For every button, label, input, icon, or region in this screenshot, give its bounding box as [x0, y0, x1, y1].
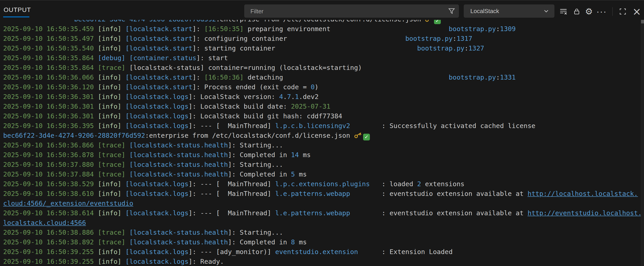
log-text-segment: ]: --- [ MainThread]: [188, 209, 275, 217]
log-text-segment: [122, 209, 125, 217]
log-text-segment: [info]: [98, 180, 122, 188]
log-text-segment: [localstack-status.health: [130, 141, 228, 149]
log-text-segment: ]: LocalStack build git hash: cddf77384: [188, 112, 342, 120]
log-text-segment: [localstack.logs: [125, 180, 188, 188]
key-icon: [425, 20, 433, 22]
log-text-segment: l.p.c.extensions.plugins: [275, 180, 370, 188]
log-text-segment: ): [314, 83, 318, 91]
log-line: cloud:4566/_extension/eventstudio: [0, 199, 641, 208]
log-text-segment: :: [496, 25, 500, 33]
more-actions-button[interactable]: ···: [596, 6, 606, 16]
log-text-segment: [info]: [98, 35, 122, 42]
log-text-segment: [localstack.logs: [125, 122, 188, 130]
log-text-segment: : eventstudio extension available at: [350, 190, 528, 197]
maximize-panel-button[interactable]: [618, 6, 628, 16]
log-text-segment: extensions: [421, 180, 464, 188]
log-text-segment: [info]: [98, 44, 122, 52]
file-link[interactable]: bootstrap.py: [449, 74, 496, 81]
log-text-segment: .dev2: [299, 93, 318, 101]
log-text-segment: :: [452, 35, 456, 42]
log-text-segment: [info]: [98, 25, 122, 33]
log-text-segment: [info]: [98, 93, 122, 101]
log-text-segment: [94, 180, 98, 188]
log-text-segment: [94, 248, 98, 256]
log-text-segment: [94, 229, 98, 236]
file-link[interactable]: 1327: [468, 44, 484, 52]
log-text-segment: 2025-09-10 16:50:36.301: [3, 93, 94, 101]
log-text-segment: [125, 151, 129, 159]
log-text-segment: [trace]: [98, 229, 125, 236]
url-link[interactable]: http://localhost.localstack.: [528, 190, 638, 197]
log-text-segment: [122, 74, 125, 81]
channel-select[interactable]: LocalStack: [464, 4, 554, 17]
file-link[interactable]: bootstrap.py: [405, 35, 453, 42]
url-link[interactable]: cloud:4566/_extension/eventstudio: [3, 200, 133, 207]
log-text-segment: ]: Completed in: [228, 170, 291, 178]
log-text-segment: [122, 112, 125, 120]
log-text-segment: [122, 93, 125, 101]
log-output-view[interactable]: bec66f22-3d4e-4274-9206-28820f76d592:ent…: [0, 20, 641, 266]
log-text-segment: : Extension Loaded: [358, 248, 452, 256]
log-text-segment: 7: [287, 93, 291, 101]
log-text-segment: ]: Completed in: [228, 238, 291, 246]
log-text-segment: 2025-09-10 16:50:35.497: [3, 35, 94, 42]
log-text-segment: [info]: [98, 209, 122, 217]
file-link[interactable]: bootstrap.py: [449, 25, 496, 33]
log-text-segment: [info]: [98, 190, 122, 197]
log-line: 2025-09-10 16:50:38.610 [info] [localsta…: [0, 189, 641, 199]
file-link[interactable]: 1317: [456, 35, 472, 42]
log-line: 2025-09-10 16:50:35.497 [info] [localsta…: [0, 34, 641, 43]
log-text-segment: [localstack-status.health: [130, 170, 228, 178]
log-text-segment: [info]: [98, 112, 122, 120]
url-link[interactable]: localstack.cloud:4566: [3, 219, 86, 227]
file-link[interactable]: 1309: [500, 25, 516, 33]
log-text-segment: 2: [417, 180, 421, 188]
log-text-segment: [localstack.logs: [125, 258, 188, 265]
filter-input[interactable]: [250, 5, 445, 18]
log-text-segment: 2025-09-10 16:50:39.255: [3, 248, 94, 256]
close-panel-button[interactable]: ×: [632, 6, 642, 16]
log-text-segment: 5: [291, 170, 295, 178]
log-line: 2025-09-10 16:50:36.395 [info] [localsta…: [0, 121, 641, 131]
log-line: 2025-09-10 16:50:37.884 [trace] [localst…: [0, 169, 641, 179]
ellipsis-icon: ···: [596, 9, 607, 14]
log-text-segment: [94, 64, 98, 71]
log-text-segment: [94, 209, 98, 217]
log-text-segment: [localstack-status.health: [130, 161, 228, 168]
log-line: 2025-09-10 16:50:36.066 [info] [localsta…: [0, 73, 641, 82]
log-line: 2025-09-10 16:50:35.540 [info] [localsta…: [0, 43, 641, 53]
clear-output-button[interactable]: [558, 6, 568, 16]
file-link[interactable]: bootstrap.py: [417, 44, 464, 52]
log-text-segment: 2025-09-10 16:50:37.884: [3, 170, 94, 178]
clear-output-icon: [559, 7, 568, 16]
log-text-segment: ]:: [192, 25, 204, 33]
gear-icon: ⚙: [585, 7, 593, 16]
log-text-segment: [94, 238, 98, 246]
file-link[interactable]: 1331: [500, 74, 516, 81]
scroll-lock-button[interactable]: [572, 6, 582, 16]
url-link[interactable]: http://eventstudio.localhost.: [528, 209, 641, 217]
log-text-segment: 2025-09-10 16:50:36.878: [3, 151, 94, 159]
log-text-segment: [info]: [98, 74, 122, 81]
filter-funnel-icon[interactable]: [448, 7, 456, 15]
log-text-segment: :: [496, 74, 500, 81]
log-text-segment: [125, 54, 129, 62]
log-text-segment: [122, 258, 125, 265]
log-text-segment: 2025-09-10 16:50:35.864: [3, 54, 94, 62]
tab-output[interactable]: OUTPUT: [4, 6, 31, 13]
log-text-segment: 2025-09-10 16:50:38.529: [3, 180, 94, 188]
log-text-segment: :: [464, 44, 468, 52]
log-text-segment: [94, 54, 98, 62]
log-text-segment: ]: Starting...: [228, 161, 283, 168]
settings-button[interactable]: ⚙: [584, 6, 594, 16]
log-text-segment: ]: LocalStack build date:: [188, 103, 291, 110]
scrollbar-track[interactable]: [641, 20, 644, 266]
log-text-segment: 2025-09-10 16:50:38.886: [3, 229, 94, 236]
log-text-segment: [info]: [98, 248, 122, 256]
log-text-segment: [container.status: [130, 54, 196, 62]
log-text-segment: [localstack.logs: [125, 112, 188, 120]
scrollbar-thumb[interactable]: [641, 20, 644, 23]
log-text-segment: 2025-09-10 16:50:36.301: [3, 103, 94, 110]
log-text-segment: [trace]: [98, 151, 125, 159]
log-text-segment: [122, 190, 125, 197]
